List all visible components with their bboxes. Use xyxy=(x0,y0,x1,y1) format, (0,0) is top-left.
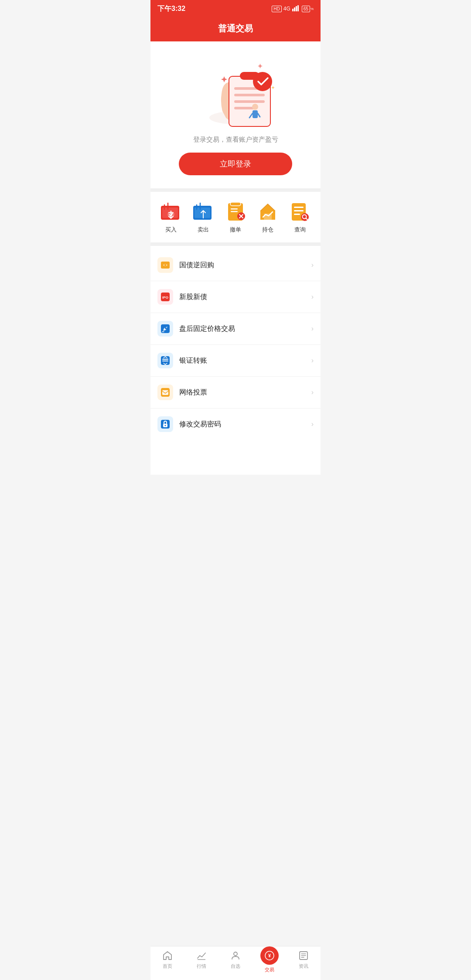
battery-icon: 65 % xyxy=(302,6,314,12)
bank-transfer-arrow: › xyxy=(311,357,314,364)
query-icon xyxy=(289,201,311,222)
hero-subtitle: 登录交易，查看账户资产盈亏 xyxy=(193,136,278,144)
svg-rect-29 xyxy=(294,210,304,211)
hero-section: 登录交易，查看账户资产盈亏 立即登录 xyxy=(150,41,321,188)
svg-rect-24 xyxy=(231,208,238,210)
action-sell[interactable]: 卖出 xyxy=(187,201,219,234)
svg-rect-30 xyxy=(294,214,300,215)
svg-rect-1 xyxy=(294,7,295,11)
after-hours-icon xyxy=(157,321,173,337)
menu-item-ipo[interactable]: IPO 新股新债 › xyxy=(150,281,321,313)
menu-item-bond-repo[interactable]: 国债逆回购 › xyxy=(150,249,321,281)
bank-transfer-text: 银证转账 xyxy=(179,356,311,365)
action-cancel[interactable]: 撤单 xyxy=(219,201,252,234)
bond-repo-icon xyxy=(157,257,173,273)
section-divider-1 xyxy=(150,188,321,192)
svg-rect-2 xyxy=(296,6,297,11)
menu-item-vote[interactable]: 网络投票 › xyxy=(150,377,321,408)
menu-item-change-password[interactable]: 修改交易密码 › xyxy=(150,408,321,440)
network-icon: 4G xyxy=(283,6,290,12)
svg-rect-0 xyxy=(292,9,294,11)
after-hours-text: 盘后固定价格交易 xyxy=(179,324,311,333)
signal-icon xyxy=(292,5,300,13)
login-button[interactable]: 立即登录 xyxy=(179,153,292,175)
svg-rect-40 xyxy=(162,359,168,360)
main-content: 登录交易，查看账户资产盈亏 立即登录 买入 xyxy=(150,41,321,475)
hd-icon: HD xyxy=(272,6,281,12)
svg-rect-41 xyxy=(162,361,168,361)
sell-label: 卖出 xyxy=(198,226,209,234)
cancel-icon xyxy=(225,201,246,222)
buy-label: 买入 xyxy=(165,226,177,234)
ipo-text: 新股新债 xyxy=(179,293,311,302)
svg-rect-25 xyxy=(231,211,238,212)
section-divider-2 xyxy=(150,242,321,246)
query-label: 查询 xyxy=(294,226,306,234)
buy-icon xyxy=(160,201,182,222)
svg-rect-9 xyxy=(234,100,265,103)
quick-actions: 买入 卖出 xyxy=(150,192,321,242)
menu-item-bank-transfer[interactable]: 银证转账 › xyxy=(150,345,321,377)
sell-icon xyxy=(192,201,214,222)
cancel-label: 撤单 xyxy=(230,226,241,234)
svg-rect-43 xyxy=(162,390,168,395)
svg-rect-13 xyxy=(253,110,258,118)
hero-illustration xyxy=(192,50,279,129)
vote-icon xyxy=(157,385,173,400)
menu-item-after-hours[interactable]: 盘后固定价格交易 › xyxy=(150,313,321,345)
svg-point-38 xyxy=(165,327,167,329)
after-hours-arrow: › xyxy=(311,325,314,333)
status-icons: HD 4G 65 % xyxy=(272,5,314,13)
action-query[interactable]: 查询 xyxy=(284,201,316,234)
svg-point-11 xyxy=(253,72,272,91)
page-header: 普通交易 xyxy=(150,17,321,41)
ipo-icon: IPO xyxy=(157,289,173,305)
change-password-icon xyxy=(157,416,173,432)
position-label: 持仓 xyxy=(262,226,273,234)
menu-list: 国债逆回购 › IPO 新股新债 › xyxy=(150,249,321,440)
svg-rect-3 xyxy=(297,5,299,11)
status-bar: 下午3:32 HD 4G 65 % xyxy=(150,0,321,17)
action-buy[interactable]: 买入 xyxy=(155,201,187,234)
svg-point-46 xyxy=(165,425,166,426)
status-time: 下午3:32 xyxy=(157,4,185,14)
change-password-arrow: › xyxy=(311,420,314,428)
svg-rect-28 xyxy=(294,207,304,208)
position-icon xyxy=(257,201,279,222)
svg-text:IPO: IPO xyxy=(162,296,168,299)
bank-transfer-icon xyxy=(157,353,173,368)
vote-text: 网络投票 xyxy=(179,388,311,397)
svg-point-34 xyxy=(164,264,167,266)
page-title: 普通交易 xyxy=(218,24,253,33)
svg-rect-22 xyxy=(230,202,241,206)
bond-repo-arrow: › xyxy=(311,261,314,269)
ipo-arrow: › xyxy=(311,293,314,301)
vote-arrow: › xyxy=(311,388,314,396)
change-password-text: 修改交易密码 xyxy=(179,420,311,429)
bond-repo-text: 国债逆回购 xyxy=(179,261,311,270)
svg-rect-8 xyxy=(234,94,265,96)
svg-point-12 xyxy=(252,104,258,110)
action-position[interactable]: 持仓 xyxy=(252,201,284,234)
